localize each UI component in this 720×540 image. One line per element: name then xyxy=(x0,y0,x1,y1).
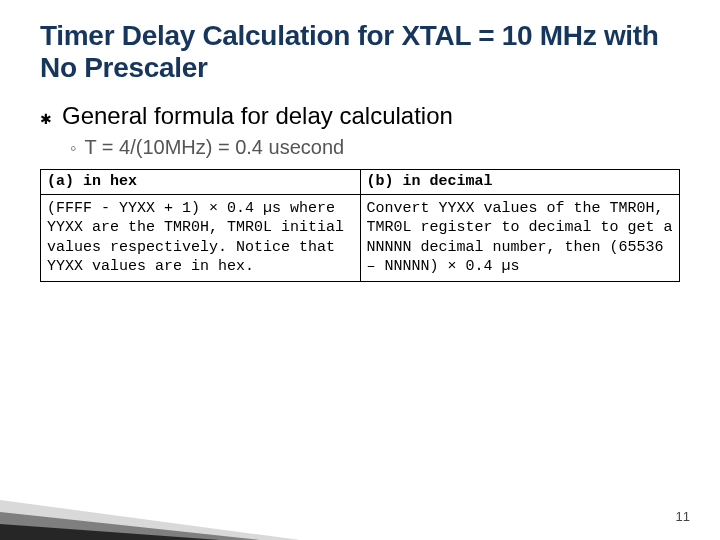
table-row: (a) in hex (b) in decimal xyxy=(41,170,680,195)
slide-title: Timer Delay Calculation for XTAL = 10 MH… xyxy=(40,20,690,84)
subbullet-text: T = 4/(10MHz) = 0.4 usecond xyxy=(84,136,344,159)
bullet-item: ✱ General formula for delay calculation xyxy=(40,102,690,130)
col-a-header: (a) in hex xyxy=(41,170,361,195)
subbullet-glyph-icon: ◦ xyxy=(70,138,76,159)
svg-marker-1 xyxy=(0,512,260,540)
col-a-body: (FFFF - YYXX + 1) × 0.4 µs where YYXX ar… xyxy=(41,194,361,281)
corner-wedge-icon xyxy=(0,450,300,540)
table-row: (FFFF - YYXX + 1) × 0.4 µs where YYXX ar… xyxy=(41,194,680,281)
bullet-glyph-icon: ✱ xyxy=(40,111,52,127)
svg-marker-0 xyxy=(0,500,300,540)
formula-table: (a) in hex (b) in decimal (FFFF - YYXX +… xyxy=(40,169,680,282)
slide: Timer Delay Calculation for XTAL = 10 MH… xyxy=(0,0,720,540)
svg-marker-2 xyxy=(0,524,220,540)
bullet-text: General formula for delay calculation xyxy=(62,102,453,130)
col-b-body: Convert YYXX values of the TMR0H, TMR0L … xyxy=(360,194,680,281)
col-b-header: (b) in decimal xyxy=(360,170,680,195)
page-number: 11 xyxy=(676,509,690,524)
subbullet-item: ◦ T = 4/(10MHz) = 0.4 usecond xyxy=(70,136,690,159)
